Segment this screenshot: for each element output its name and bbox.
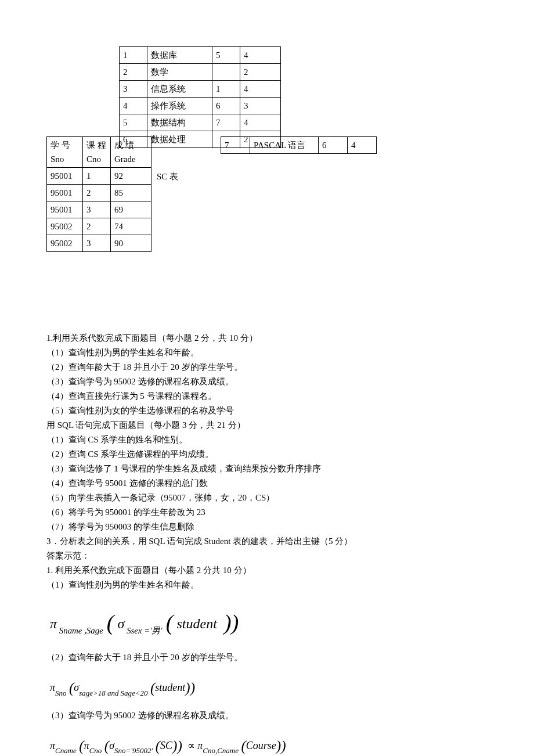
cell: 92 <box>111 168 151 185</box>
cell: 3 <box>240 98 281 114</box>
cell: 2 <box>120 64 147 81</box>
sc-table: 学 号Sno 课 程Cno 成 绩Grade 95001192 95001285… <box>46 136 151 252</box>
tables-area: 1数据库54 2数学2 3信息系统14 4操作系统63 5数据结构74 6数据处… <box>46 46 488 261</box>
cell: 课 程Cno <box>83 137 111 168</box>
cell: 4 <box>120 98 147 114</box>
q1-title: 1.利用关系代数完成下面题目（每小题 2 分，共 10 分） <box>46 331 488 345</box>
cell: 5 <box>212 47 240 64</box>
q2-item: （2）查询 CS 系学生选修课程的平均成绩。 <box>46 447 488 461</box>
q2-item: （3）查询选修了 1 号课程的学生姓名及成绩，查询结果按分数升序排序 <box>46 462 488 476</box>
formula-sub: sage>18 and Sage<20 <box>79 689 147 697</box>
cell: 6 <box>212 98 240 114</box>
q1-item: （3）查询学号为 95002 选修的课程名称及成绩。 <box>46 375 488 388</box>
formula-relation: SC <box>160 740 172 751</box>
q2-item: （7）将学号为 950003 的学生信息删除 <box>46 520 488 534</box>
q2-item: （5）向学生表插入一条记录（95007，张帅，女，20，CS） <box>46 491 488 505</box>
cell: 1 <box>212 81 240 98</box>
formula-sub: Cno <box>89 746 102 755</box>
formula-relation: student <box>155 682 185 693</box>
cell <box>212 64 240 81</box>
cell: 2 <box>240 64 281 81</box>
cell: 信息系统 <box>147 81 212 98</box>
cell: 4 <box>240 81 281 98</box>
cell: 1 <box>83 168 111 185</box>
cell: 74 <box>111 218 151 235</box>
formula-sub: Cname <box>55 746 77 755</box>
table-row: 4操作系统63 <box>120 98 281 114</box>
cell: 95002 <box>47 218 83 235</box>
a1-title: 1. 利用关系代数完成下面题目（每小题 2 分共 10 分） <box>46 563 488 577</box>
q2-title: 用 SQL 语句完成下面题目（每小题 3 分，共 21 分） <box>46 418 488 432</box>
cell: 成 绩Grade <box>111 137 151 168</box>
cell: 数据结构 <box>147 114 212 131</box>
cell: 7 <box>212 114 240 131</box>
cell: PASCAL 语言 <box>250 137 319 154</box>
table-row: 5数据结构74 <box>120 114 281 131</box>
cell: 数学 <box>147 64 212 81</box>
answer-header: 答案示范： <box>46 549 488 563</box>
cell: 6 <box>319 137 348 154</box>
cell: 3 <box>120 81 147 98</box>
formula-sub: Sno='95002' <box>114 746 153 755</box>
course-table: 1数据库54 2数学2 3信息系统14 4操作系统63 5数据结构74 6数据处… <box>119 46 281 148</box>
cell: 4 <box>348 137 377 154</box>
cell: 2 <box>83 218 111 235</box>
table-row: 95002274 <box>47 218 151 235</box>
cell: 3 <box>83 201 111 218</box>
sc-table-label: SC 表 <box>157 170 178 183</box>
q2-item: （6）将学号为 950001 的学生年龄改为 23 <box>46 505 488 519</box>
cell: 2 <box>83 185 111 201</box>
cell: 数据处理 <box>147 131 212 148</box>
formula-sub: Ssex ='男' <box>127 626 163 635</box>
a1-item: （2）查询年龄大于 18 并且小于 20 岁的学生学号。 <box>46 650 488 664</box>
cell: 85 <box>111 185 151 201</box>
formula-1: π Sname ,Sage ( σ Ssex ='男' ( student )) <box>50 600 488 642</box>
cell: 学 号Sno <box>47 137 83 168</box>
content-block: 1.利用关系代数完成下面题目（每小题 2 分，共 10 分） （1）查询性别为男… <box>46 331 488 756</box>
cell: 95001 <box>47 185 83 201</box>
table-header-row: 学 号Sno 课 程Cno 成 绩Grade <box>47 137 151 168</box>
cell: 3 <box>83 235 111 252</box>
q3: 3．分析表之间的关系，用 SQL 语句完成 Student 表的建表，并给出主键… <box>46 534 488 548</box>
table-row: 7PASCAL 语言64 <box>221 137 377 154</box>
cell: 95001 <box>47 201 83 218</box>
overflow-row-table: 7PASCAL 语言64 <box>221 136 377 154</box>
formula-sub: Cno,Cname <box>203 746 239 755</box>
cell: 95001 <box>47 168 83 185</box>
table-row: 95001192 <box>47 168 151 185</box>
formula-relation: student <box>176 616 217 631</box>
q1-item: （5）查询性别为女的学生选修课程的名称及学号 <box>46 404 488 417</box>
q1-item: （2）查询年龄大于 18 并且小于 20 岁的学生学号。 <box>46 360 488 374</box>
cell: 1 <box>120 47 147 64</box>
q1-item: （1）查询性别为男的学生姓名和年龄。 <box>46 345 488 359</box>
cell: 90 <box>111 235 151 252</box>
cell: 69 <box>111 201 151 218</box>
table-row: 95002390 <box>47 235 151 252</box>
table-row: 1数据库54 <box>120 47 281 64</box>
formula-relation: Course <box>246 740 276 751</box>
table-row: 3信息系统14 <box>120 81 281 98</box>
cell: 7 <box>221 137 250 154</box>
cell: 操作系统 <box>147 98 212 114</box>
cell: 95002 <box>47 235 83 252</box>
table-row: 2数学2 <box>120 64 281 81</box>
formula-3: πCname (πCno (σSno='95002' (SC)) ∝ πCno,… <box>50 730 488 756</box>
q2-item: （1）查询 CS 系学生的姓名和性别。 <box>46 433 488 447</box>
q1-item: （4）查询直接先行课为 5 号课程的课程名。 <box>46 389 488 403</box>
a1-item: （1）查询性别为男的学生姓名和年龄。 <box>46 578 488 592</box>
cell: 数据库 <box>147 47 212 64</box>
cell: 4 <box>240 114 281 131</box>
a1-item: （3）查询学号为 95002 选修的课程名称及成绩。 <box>46 708 488 722</box>
cell: 5 <box>120 114 147 131</box>
formula-sub: Sno <box>55 689 66 697</box>
q2-item: （4）查询学号 95001 选修的课程的总门数 <box>46 476 488 490</box>
table-row: 95001369 <box>47 201 151 218</box>
formula-sub: Sname ,Sage <box>59 626 103 635</box>
formula-2: πSno (σsage>18 and Sage<20 (student)) <box>50 672 488 700</box>
cell: 4 <box>240 47 281 64</box>
table-row: 95001285 <box>47 185 151 201</box>
